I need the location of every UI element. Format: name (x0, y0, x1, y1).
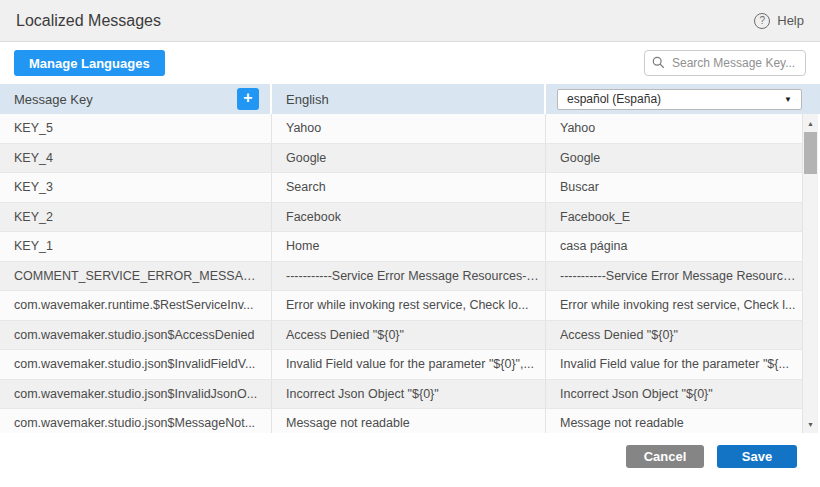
table-header: Message Key + English español (España) ▼ (0, 84, 820, 114)
vertical-scrollbar[interactable]: ▲ ▼ (803, 114, 818, 433)
search-box (644, 50, 806, 76)
search-input[interactable] (644, 50, 806, 76)
column-header-message-key: Message Key + (0, 84, 272, 114)
cell-message-key[interactable]: com.wavemaker.runtime.$RestServiceInv... (0, 291, 272, 320)
add-key-button[interactable]: + (237, 88, 259, 110)
cell-translation[interactable]: casa página (546, 232, 803, 261)
save-button[interactable]: Save (717, 445, 797, 468)
column-header-language: español (España) ▼ (546, 84, 803, 114)
table-row: com.wavemaker.runtime.$RestServiceInv...… (0, 291, 803, 321)
language-select[interactable]: español (España) ▼ (557, 89, 802, 110)
table-row: KEY_1 Home casa página (0, 232, 803, 262)
cell-message-key[interactable]: com.wavemaker.studio.json$AccessDenied (0, 321, 272, 350)
manage-languages-button[interactable]: Manage Languages (14, 50, 165, 76)
cell-translation[interactable]: Google (546, 144, 803, 173)
plus-icon: + (243, 90, 252, 106)
cell-translation[interactable]: -----------Service Error Message Resourc… (546, 262, 803, 291)
cell-translation[interactable]: Message not readable (546, 409, 803, 433)
cancel-button[interactable]: Cancel (626, 445, 704, 468)
cell-english[interactable]: Incorrect Json Object "${0}" (272, 380, 546, 409)
cell-message-key[interactable]: KEY_2 (0, 203, 272, 232)
cell-english[interactable]: Error while invoking rest service, Check… (272, 291, 546, 320)
footer: Cancel Save (0, 433, 820, 487)
cell-english[interactable]: Home (272, 232, 546, 261)
table-row: KEY_4 Google Google (0, 144, 803, 174)
cell-english[interactable]: Message not readable (272, 409, 546, 433)
cell-message-key[interactable]: com.wavemaker.studio.json$InvalidJsonO..… (0, 380, 272, 409)
help-icon: ? (754, 13, 770, 29)
table-row: KEY_5 Yahoo Yahoo (0, 114, 803, 144)
help-label: Help (777, 13, 804, 28)
cell-message-key[interactable]: KEY_4 (0, 144, 272, 173)
page-title: Localized Messages (16, 12, 161, 30)
column-header-english: English (272, 84, 546, 114)
table-body: KEY_5 Yahoo Yahoo KEY_4 Google Google KE… (0, 114, 820, 433)
scroll-down-button[interactable]: ▼ (803, 417, 818, 431)
cell-translation[interactable]: Invalid Field value for the parameter "$… (546, 350, 803, 379)
search-icon (652, 56, 665, 69)
table-row: KEY_3 Search Buscar (0, 173, 803, 203)
cell-english[interactable]: -----------Service Error Message Resourc… (272, 262, 546, 291)
chevron-down-icon: ▼ (784, 95, 792, 104)
table-row: com.wavemaker.studio.json$MessageNot... … (0, 409, 803, 433)
table-row: com.wavemaker.studio.json$InvalidFieldV.… (0, 350, 803, 380)
cell-english[interactable]: Invalid Field value for the parameter "$… (272, 350, 546, 379)
cell-message-key[interactable]: KEY_5 (0, 114, 272, 143)
cell-message-key[interactable]: KEY_1 (0, 232, 272, 261)
cell-message-key[interactable]: com.wavemaker.studio.json$InvalidFieldV.… (0, 350, 272, 379)
cell-message-key[interactable]: COMMENT_SERVICE_ERROR_MESSAGES (0, 262, 272, 291)
table-row: KEY_2 Facebook Facebook_E (0, 203, 803, 233)
help-button[interactable]: ? Help (754, 13, 804, 29)
table-rows: KEY_5 Yahoo Yahoo KEY_4 Google Google KE… (0, 114, 803, 433)
table-row: com.wavemaker.studio.json$InvalidJsonO..… (0, 380, 803, 410)
scroll-up-button[interactable]: ▲ (803, 116, 818, 130)
message-key-label: Message Key (14, 92, 93, 107)
english-label: English (286, 92, 329, 107)
table-row: COMMENT_SERVICE_ERROR_MESSAGES ---------… (0, 262, 803, 292)
toolbar: Manage Languages (0, 42, 820, 84)
language-select-value: español (España) (567, 92, 661, 106)
cell-translation[interactable]: Error while invoking rest service, Check… (546, 291, 803, 320)
cell-english[interactable]: Access Denied "${0}" (272, 321, 546, 350)
cell-translation[interactable]: Yahoo (546, 114, 803, 143)
cell-translation[interactable]: Incorrect Json Object "${0}" (546, 380, 803, 409)
cell-translation[interactable]: Access Denied "${0}" (546, 321, 803, 350)
cell-english[interactable]: Google (272, 144, 546, 173)
scrollbar-thumb[interactable] (804, 132, 817, 174)
localized-messages-dialog: Localized Messages ? Help Manage Languag… (0, 0, 820, 487)
titlebar: Localized Messages ? Help (0, 0, 820, 42)
cell-translation[interactable]: Buscar (546, 173, 803, 202)
table-row: com.wavemaker.studio.json$AccessDenied A… (0, 321, 803, 351)
header-scrollbar-gap (803, 84, 820, 114)
cell-english[interactable]: Facebook (272, 203, 546, 232)
cell-message-key[interactable]: com.wavemaker.studio.json$MessageNot... (0, 409, 272, 433)
cell-translation[interactable]: Facebook_E (546, 203, 803, 232)
cell-english[interactable]: Yahoo (272, 114, 546, 143)
cell-message-key[interactable]: KEY_3 (0, 173, 272, 202)
cell-english[interactable]: Search (272, 173, 546, 202)
